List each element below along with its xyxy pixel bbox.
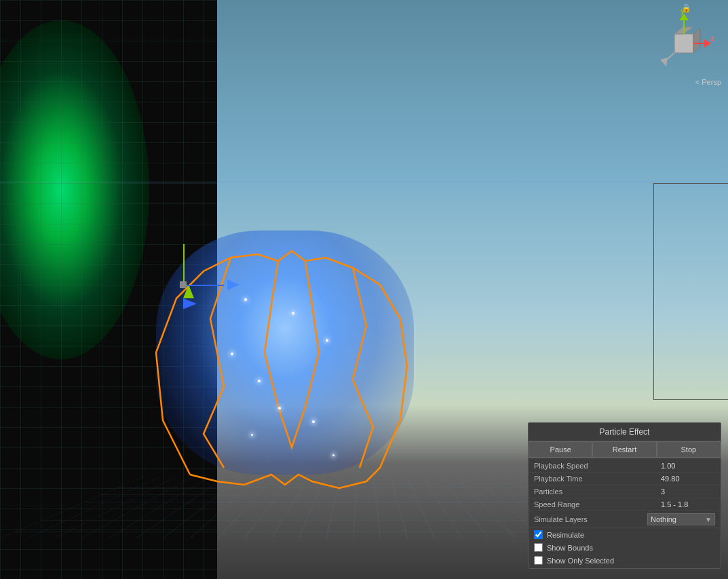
persp-label[interactable]: < Persp: [695, 78, 721, 86]
lock-icon[interactable]: 🔒: [681, 3, 691, 13]
show-bounds-label: Show Bounds: [547, 544, 593, 552]
svg-marker-2: [693, 28, 700, 53]
particle-dot: [332, 454, 334, 456]
right-outline: [653, 183, 728, 400]
show-bounds-row: Show Bounds: [529, 541, 721, 554]
particles-row: Particles 3: [529, 485, 721, 498]
particle-dot: [258, 380, 261, 382]
simulate-layers-label: Simulate Layers: [534, 515, 647, 523]
gizmo-z-arrow: [227, 279, 240, 290]
playback-speed-row: Playback Speed 1.00: [529, 460, 721, 473]
pause-button[interactable]: Pause: [529, 441, 592, 458]
panel-title: Particle Effect: [529, 423, 721, 441]
transform-gizmo: [183, 285, 197, 309]
restart-button[interactable]: Restart: [592, 441, 656, 458]
playback-time-value: 49.80: [661, 475, 715, 483]
simulate-layers-dropdown[interactable]: Nothing ▼: [647, 513, 715, 525]
panel-buttons: Pause Restart Stop: [529, 441, 721, 458]
particle-dot: [312, 420, 315, 423]
svg-marker-4: [679, 14, 689, 20]
resimulate-row: Resimulate: [529, 528, 721, 541]
stop-button[interactable]: Stop: [657, 441, 721, 458]
gizmo-x-arrow: [183, 298, 197, 309]
show-bounds-checkbox[interactable]: [534, 543, 543, 552]
resimulate-label: Resimulate: [547, 531, 584, 539]
simulate-layers-value: Nothing: [651, 515, 702, 523]
particle-dot: [251, 434, 253, 436]
speed-range-row: Speed Range 1.5 - 1.8: [529, 498, 721, 511]
particle-dot: [231, 353, 233, 355]
particle-dot: [326, 339, 328, 342]
show-only-selected-label: Show Only Selected: [547, 557, 614, 565]
playback-time-label: Playback Time: [534, 475, 661, 483]
viewport: y z 🔒 < Persp Particle Effect Pause: [0, 0, 728, 579]
playback-time-row: Playback Time 49.80: [529, 473, 721, 485]
gizmo-center: [180, 281, 187, 288]
particle-effect-visual: [136, 217, 448, 502]
playback-speed-label: Playback Speed: [534, 462, 661, 470]
gizmo-y-line: [183, 244, 185, 285]
horizon-line: [0, 182, 728, 182]
svg-marker-8: [660, 58, 668, 66]
panel-data: Playback Speed 1.00 Playback Time 49.80 …: [529, 458, 721, 568]
particles-label: Particles: [534, 487, 661, 496]
particle-dot: [244, 298, 247, 301]
nav-gizmo[interactable]: y z: [653, 7, 714, 81]
dropdown-arrow-icon: ▼: [705, 516, 712, 523]
particle-dot: [292, 312, 294, 315]
particle-dot: [278, 407, 281, 410]
particles-value: 3: [661, 487, 715, 496]
nav-z-label: z: [711, 34, 715, 42]
svg-rect-0: [674, 34, 693, 53]
show-only-selected-checkbox[interactable]: [534, 556, 543, 565]
orange-bounding-outline: [136, 217, 448, 502]
resimulate-checkbox[interactable]: [534, 530, 543, 539]
playback-speed-value: 1.00: [661, 462, 715, 470]
speed-range-value: 1.5 - 1.8: [661, 500, 715, 508]
svg-marker-6: [704, 39, 711, 47]
speed-range-label: Speed Range: [534, 500, 661, 508]
simulate-layers-row: Simulate Layers Nothing ▼: [529, 511, 721, 528]
show-only-selected-row: Show Only Selected: [529, 554, 721, 567]
gizmo-x-line: [183, 285, 224, 286]
nav-gizmo-svg: [657, 14, 711, 75]
particle-effect-panel: Particle Effect Pause Restart Stop Playb…: [528, 422, 721, 569]
